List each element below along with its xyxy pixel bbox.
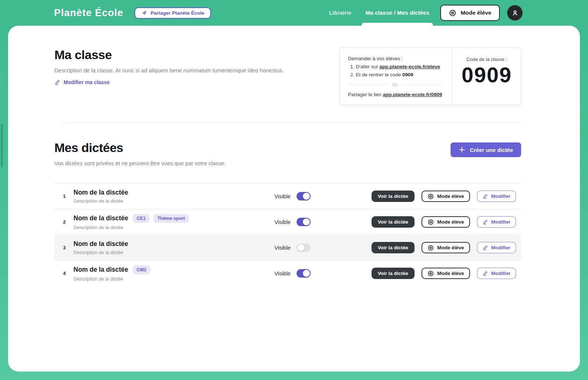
- ask-title: Demander à vos élèves :: [348, 56, 442, 61]
- create-dictation-button[interactable]: Créer une dictée: [451, 142, 521, 157]
- step-1: 1.D'aller sur app.planete-ecole.fr/eleve: [350, 64, 442, 69]
- class-title: Ma classe: [54, 48, 284, 62]
- dictation-description: Description de la dictée: [74, 276, 275, 282]
- dictation-list: 1 Nom de la disctée Description de la di…: [54, 183, 521, 286]
- nav-item-librairie[interactable]: Librairie: [329, 0, 351, 26]
- row-student-mode-button[interactable]: Mode élève: [422, 268, 470, 279]
- pencil-icon: [483, 271, 488, 276]
- student-link[interactable]: app.planete-ecole.fr/eleve: [379, 64, 440, 69]
- dictations-section: Mes dictées Vos dictées sont privées et …: [8, 123, 580, 286]
- step-2: 2.Et de rentrer le code 0909: [350, 72, 442, 77]
- share-line: Partager le lien app.planete-ecole.fr/09…: [348, 92, 442, 97]
- visible-label: Visible: [275, 219, 291, 225]
- row-student-mode-button[interactable]: Mode élève: [422, 191, 470, 202]
- avatar[interactable]: [507, 5, 523, 21]
- pencil-icon: [483, 219, 488, 225]
- tag-list: CM2: [133, 265, 150, 274]
- pencil-icon: [483, 245, 488, 250]
- eye-icon: [449, 9, 456, 17]
- pencil-icon: [483, 193, 488, 199]
- person-icon: [511, 9, 519, 17]
- visible-label: Visible: [275, 245, 291, 251]
- dictation-title: Nom de la disctée: [74, 214, 128, 222]
- class-description: Description de la classe. At nunc si ad …: [54, 67, 284, 73]
- student-mode-button[interactable]: Mode élève: [440, 5, 500, 21]
- tag-pill: CM2: [133, 265, 150, 274]
- row-index: 3: [60, 245, 69, 250]
- student-mode-label: Mode élève: [460, 10, 491, 16]
- code-label: Code de la classe :: [462, 57, 512, 62]
- visibility-toggle[interactable]: [297, 269, 311, 278]
- share-app-button[interactable]: Partager Planète École: [135, 7, 211, 19]
- top-bar: Planète École Partager Planète École Lib…: [0, 0, 588, 26]
- visible-label: Visible: [275, 270, 291, 276]
- dictation-description: Description de la dictée: [74, 250, 275, 255]
- row-index: 1: [60, 193, 69, 199]
- row-student-mode-button[interactable]: Mode élève: [422, 242, 470, 253]
- class-code-card: Demander à vos élèves : 1.D'aller sur ap…: [340, 47, 521, 105]
- tag-pill: CE1: [133, 214, 150, 223]
- share-class-link[interactable]: app.planete-ecole.fr/0909: [383, 92, 442, 97]
- create-dictation-label: Créer une dictée: [470, 147, 513, 153]
- pencil-icon: [54, 79, 60, 85]
- plus-icon: [459, 146, 465, 153]
- code-display: Code de la classe : 0909: [452, 48, 521, 105]
- dictation-title: Nom de la disctée: [74, 240, 128, 248]
- class-section: Ma classe Description de la classe. At n…: [8, 26, 580, 123]
- dictation-row: 4 Nom de la disctée CM2 Description de l…: [54, 260, 521, 286]
- eye-icon: [427, 245, 434, 251]
- dictation-title: Nom de la disctée: [74, 266, 128, 274]
- view-dictation-button[interactable]: Voir la dictée: [372, 191, 415, 202]
- code-value: 0909: [462, 64, 512, 86]
- main-card: Ma classe Description de la classe. At n…: [8, 26, 580, 372]
- edit-class-link[interactable]: Modifier ma classe: [54, 79, 110, 85]
- class-code-inline: 0909: [402, 72, 413, 77]
- view-dictation-button[interactable]: Voir la dictée: [372, 242, 415, 253]
- visibility-toggle[interactable]: [297, 243, 311, 252]
- dictations-title: Mes dictées: [54, 141, 226, 155]
- dictation-row: 2 Nom de la disctée CE1Thème sport Descr…: [54, 209, 521, 235]
- nav-item-ma-classe[interactable]: Ma classe / Mes dictées: [365, 0, 429, 26]
- edit-class-label: Modifier ma classe: [64, 79, 110, 85]
- edit-dictation-button[interactable]: Modifier: [477, 242, 516, 253]
- edit-dictation-button[interactable]: Modifier: [477, 216, 516, 228]
- eye-icon: [427, 193, 434, 200]
- edit-dictation-button[interactable]: Modifier: [477, 191, 516, 202]
- tag-pill: Thème sport: [153, 214, 189, 223]
- view-dictation-button[interactable]: Voir la dictée: [372, 216, 415, 228]
- share-app-label: Partager Planète École: [151, 10, 204, 16]
- main-nav: Librairie Ma classe / Mes dictées: [329, 0, 429, 26]
- dictation-description: Description de la dictée: [74, 225, 275, 230]
- visible-label: Visible: [275, 193, 291, 199]
- page-scrollbar[interactable]: [1, 124, 3, 167]
- visibility-toggle[interactable]: [297, 192, 311, 200]
- dictation-description: Description de la dictée: [74, 198, 275, 204]
- dictation-row: 3 Nom de la disctée Description de la di…: [54, 235, 521, 260]
- row-index: 4: [60, 271, 69, 276]
- eye-icon: [427, 270, 434, 277]
- code-instructions: Demander à vos élèves : 1.D'aller sur ap…: [340, 48, 452, 105]
- visibility-toggle[interactable]: [297, 218, 311, 226]
- or-divider: Ou: [348, 82, 442, 87]
- rocket-icon: [141, 10, 147, 16]
- dictation-title: Nom de la disctée: [74, 189, 128, 196]
- dictation-row: 1 Nom de la disctée Description de la di…: [54, 183, 521, 209]
- view-dictation-button[interactable]: Voir la dictée: [372, 268, 415, 279]
- dictations-subtitle: Vos dictées sont privées et ne peuvent ê…: [54, 160, 226, 166]
- row-index: 2: [60, 219, 69, 225]
- app-logo: Planète École: [54, 7, 123, 19]
- tag-list: CE1Thème sport: [133, 214, 189, 223]
- row-student-mode-button[interactable]: Mode élève: [422, 216, 470, 228]
- edit-dictation-button[interactable]: Modifier: [477, 268, 516, 279]
- eye-icon: [427, 219, 434, 225]
